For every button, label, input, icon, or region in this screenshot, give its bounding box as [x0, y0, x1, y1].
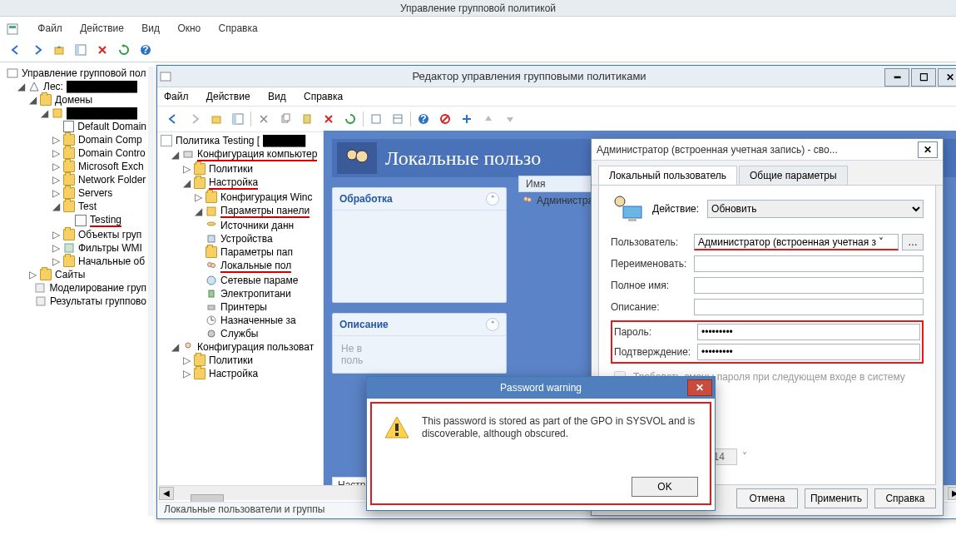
- expand-icon[interactable]: ▷: [52, 161, 60, 172]
- prohibit-button[interactable]: [436, 110, 454, 128]
- maximize-button[interactable]: ☐: [911, 68, 936, 87]
- expand-icon[interactable]: ◢: [28, 94, 37, 106]
- expand-icon[interactable]: ◢: [52, 201, 60, 212]
- tree-group-objects[interactable]: Объекты груп: [78, 229, 141, 240]
- props-title-bar[interactable]: Администратор (встроенная учетная запись…: [592, 139, 943, 161]
- help-button[interactable]: ?: [414, 110, 433, 128]
- tree-domain-name[interactable]: ██████████: [67, 107, 137, 119]
- tree-servers[interactable]: Servers: [78, 187, 112, 199]
- expand-icon[interactable]: ▷: [52, 187, 60, 199]
- expand-icon[interactable]: ◢: [171, 341, 179, 353]
- menu-file[interactable]: Файл: [37, 20, 62, 37]
- tree-net-folder[interactable]: Network Folder: [78, 174, 146, 186]
- chevron-up-icon[interactable]: ˄: [486, 192, 499, 206]
- expand-icon[interactable]: ▷: [182, 368, 191, 379]
- cut-button[interactable]: [255, 110, 273, 128]
- expand-icon[interactable]: ▷: [194, 191, 202, 203]
- gptree-folderopt[interactable]: Параметры пап: [220, 246, 293, 258]
- gpmc-tree[interactable]: Управление групповой пол ◢Лес: █████████…: [5, 67, 146, 516]
- close-button[interactable]: ✕: [938, 68, 956, 87]
- expand-icon[interactable]: ▷: [52, 147, 60, 159]
- minimize-button[interactable]: ━: [884, 68, 909, 87]
- gpedit-menu-view[interactable]: Вид: [268, 91, 286, 102]
- gptree-prefs[interactable]: Настройка: [209, 176, 258, 190]
- help-button[interactable]: ?: [136, 41, 155, 59]
- expand-icon[interactable]: ◢: [194, 206, 202, 217]
- moveup-button[interactable]: [479, 110, 498, 128]
- password-field[interactable]: [697, 324, 920, 340]
- expand-icon[interactable]: ◢: [17, 81, 25, 92]
- tree-modeling[interactable]: Моделирование груп: [49, 282, 146, 294]
- forward-button[interactable]: [28, 41, 47, 59]
- back-button[interactable]: [7, 41, 25, 59]
- tree-default-domain[interactable]: Default Domain: [77, 121, 146, 132]
- expand-icon[interactable]: ▷: [52, 174, 60, 186]
- expand-icon[interactable]: ▷: [182, 354, 191, 366]
- pw-title-bar[interactable]: Password warning ✕: [367, 377, 715, 399]
- tree-testing[interactable]: Testing: [90, 214, 121, 227]
- tree-domain-comp[interactable]: Domain Comp: [78, 134, 142, 146]
- gptree-sched[interactable]: Назначенные за: [220, 315, 296, 326]
- gptree-datasrc[interactable]: Источники данн: [220, 220, 294, 231]
- help-button[interactable]: Справка: [874, 488, 936, 508]
- user-field[interactable]: [694, 234, 899, 250]
- menu-view[interactable]: Вид: [141, 20, 160, 37]
- chevron-up-icon[interactable]: ˄: [486, 318, 499, 331]
- tree-sites[interactable]: Сайты: [55, 269, 85, 280]
- gptree-policies[interactable]: Политики: [209, 163, 253, 175]
- forward-button[interactable]: [186, 110, 204, 128]
- tree-starter[interactable]: Начальные об: [78, 255, 145, 267]
- menu-action[interactable]: Действие: [80, 20, 124, 37]
- gpmc-splitter[interactable]: [148, 67, 153, 516]
- expand-icon[interactable]: ▷: [52, 229, 60, 240]
- gptree-netopts[interactable]: Сетевые параме: [220, 275, 298, 286]
- expand-icon[interactable]: ◢: [171, 149, 179, 161]
- tree-domain-contr[interactable]: Domain Contro: [78, 147, 146, 159]
- gptree-upolicies[interactable]: Политики: [209, 354, 253, 366]
- gpedit-menu-action[interactable]: Действие: [206, 91, 250, 102]
- paste-button[interactable]: [298, 110, 316, 128]
- close-button[interactable]: ✕: [687, 379, 712, 396]
- ok-button[interactable]: OK: [632, 477, 698, 497]
- gptree-root[interactable]: Политика Testing [: [176, 135, 260, 146]
- apply-button[interactable]: Применить: [805, 488, 868, 508]
- show-hide-tree-button[interactable]: [72, 41, 90, 59]
- confirm-password-field[interactable]: [697, 344, 920, 360]
- desc-field[interactable]: [694, 299, 924, 315]
- expand-icon[interactable]: ▷: [52, 134, 60, 146]
- up-button[interactable]: [50, 41, 68, 59]
- expand-icon[interactable]: ◢: [182, 177, 191, 189]
- gpedit-menu-help[interactable]: Справка: [304, 91, 343, 102]
- expand-icon[interactable]: ▷: [52, 255, 60, 267]
- refresh-button[interactable]: [115, 41, 133, 59]
- list-button[interactable]: [367, 110, 385, 128]
- refresh-button[interactable]: [341, 110, 359, 128]
- up-button[interactable]: [207, 110, 225, 128]
- gptree-user[interactable]: Конфигурация пользоват: [197, 341, 314, 353]
- movedown-button[interactable]: [501, 110, 519, 128]
- scroll-right-icon[interactable]: ▶: [948, 487, 956, 500]
- detail-button[interactable]: [389, 110, 407, 128]
- gptree-winconf[interactable]: Конфигурация Winc: [220, 191, 313, 203]
- tree-forest-prefix[interactable]: Лес:: [43, 81, 63, 92]
- gptree-uprefs[interactable]: Настройка: [209, 368, 258, 379]
- tree-ms-exch[interactable]: Microsoft Exch: [78, 161, 144, 172]
- expand-icon[interactable]: ▷: [52, 242, 60, 254]
- tab-local-user[interactable]: Локальный пользователь: [598, 166, 737, 185]
- tree-domains[interactable]: Домены: [55, 94, 92, 106]
- tree-results[interactable]: Результаты группово: [50, 295, 146, 307]
- gptree-cpanel[interactable]: Параметры панели: [220, 205, 310, 218]
- gpedit-tree[interactable]: Политика Testing [██████ ◢Конфигурация к…: [157, 131, 324, 500]
- back-button[interactable]: [164, 110, 182, 128]
- fullname-field[interactable]: [694, 277, 924, 294]
- gptree-services[interactable]: Службы: [220, 328, 258, 339]
- show-hide-button[interactable]: [229, 110, 247, 128]
- gptree-power[interactable]: Электропитани: [220, 288, 291, 300]
- gptree-comp[interactable]: Конфигурация компьютер: [197, 148, 317, 161]
- menu-help[interactable]: Справка: [219, 20, 258, 37]
- expand-icon[interactable]: ▷: [182, 163, 191, 175]
- tab-general[interactable]: Общие параметры: [739, 166, 848, 185]
- cancel-button[interactable]: Отмена: [736, 488, 798, 508]
- menu-window[interactable]: Окно: [177, 20, 201, 37]
- gptree-devices[interactable]: Устройства: [220, 233, 273, 245]
